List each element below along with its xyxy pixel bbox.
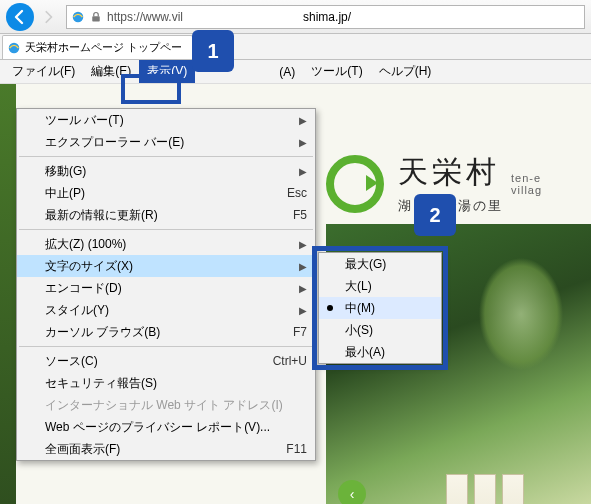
menu-edit[interactable]: 編集(E) xyxy=(83,60,139,83)
text-size-largest[interactable]: 最大(G) xyxy=(319,253,441,275)
ie-icon xyxy=(71,10,85,24)
menu-zoom[interactable]: 拡大(Z) (100%)▶ xyxy=(17,233,315,255)
back-button[interactable] xyxy=(6,3,34,31)
menu-separator xyxy=(19,156,313,157)
menu-file[interactable]: ファイル(F) xyxy=(4,60,83,83)
menu-stop[interactable]: 中止(P)Esc xyxy=(17,182,315,204)
text-size-submenu: 最大(G) 大(L) 中(M) 小(S) 最小(A) xyxy=(318,252,442,364)
menu-security-report[interactable]: セキュリティ報告(S) xyxy=(17,372,315,394)
text-size-smaller[interactable]: 小(S) xyxy=(319,319,441,341)
tab-active[interactable]: 天栄村ホームページ トップペー xyxy=(2,35,193,59)
menu-goto[interactable]: 移動(G)▶ xyxy=(17,160,315,182)
menu-fullscreen[interactable]: 全画面表示(F)F11 xyxy=(17,438,315,460)
content-left-strip xyxy=(0,84,16,504)
arrow-right-icon xyxy=(41,10,55,24)
menu-toolbars[interactable]: ツール バー(T)▶ xyxy=(17,109,315,131)
menu-intl-address: インターナショナル Web サイト アドレス(I) xyxy=(17,394,315,416)
menu-style[interactable]: スタイル(Y)▶ xyxy=(17,299,315,321)
submenu-arrow-icon: ▶ xyxy=(293,283,307,294)
url-text: https://www.vilshima.jp/ xyxy=(107,10,351,24)
menu-separator xyxy=(19,346,313,347)
submenu-arrow-icon: ▶ xyxy=(293,115,307,126)
shortcut-label: F11 xyxy=(286,442,307,456)
carousel-prev-button[interactable]: ‹ xyxy=(338,480,366,504)
tab-title: 天栄村ホームページ トップペー xyxy=(25,40,182,55)
text-size-larger[interactable]: 大(L) xyxy=(319,275,441,297)
text-size-smallest[interactable]: 最小(A) xyxy=(319,341,441,363)
text-size-medium[interactable]: 中(M) xyxy=(319,297,441,319)
menu-explorer-bars[interactable]: エクスプローラー バー(E)▶ xyxy=(17,131,315,153)
site-logo: 天栄村 湖といで湯の里 ten-e villag xyxy=(326,152,542,215)
view-menu-dropdown: ツール バー(T)▶ エクスプローラー バー(E)▶ 移動(G)▶ 中止(P)E… xyxy=(16,108,316,461)
rice-label: 天栄米 xyxy=(446,474,468,504)
site-tagline: 湖といで湯の里 xyxy=(398,197,503,215)
arrow-left-icon xyxy=(12,9,28,25)
site-roman-top: ten-e xyxy=(511,172,542,184)
menu-view[interactable]: 表示(V) xyxy=(139,60,195,83)
menu-favorites-partial[interactable]: (A) xyxy=(271,62,303,82)
menu-privacy-report[interactable]: Web ページのプライバシー レポート(V)... xyxy=(17,416,315,438)
shortcut-label: F7 xyxy=(293,325,307,339)
rice-label: 天栄米 xyxy=(474,474,496,504)
submenu-arrow-icon: ▶ xyxy=(293,239,307,250)
menu-tools[interactable]: ツール(T) xyxy=(303,60,370,83)
product-labels: 天栄米 天栄米 天栄米 xyxy=(446,474,524,504)
menu-source[interactable]: ソース(C)Ctrl+U xyxy=(17,350,315,372)
menu-text-size[interactable]: 文字のサイズ(X)▶ xyxy=(17,255,315,277)
menu-bar: ファイル(F) 編集(E) 表示(V) お気に入り (A) ツール(T) ヘルプ… xyxy=(0,60,591,84)
submenu-arrow-icon: ▶ xyxy=(293,261,307,272)
submenu-arrow-icon: ▶ xyxy=(293,137,307,148)
logo-mark-icon xyxy=(326,155,384,213)
site-roman-bottom: villag xyxy=(511,184,542,196)
shortcut-label: Ctrl+U xyxy=(273,354,307,368)
submenu-arrow-icon: ▶ xyxy=(293,305,307,316)
menu-refresh[interactable]: 最新の情報に更新(R)F5 xyxy=(17,204,315,226)
address-bar: https://www.vilshima.jp/ xyxy=(0,0,591,34)
submenu-arrow-icon: ▶ xyxy=(293,166,307,177)
shortcut-label: F5 xyxy=(293,208,307,222)
chevron-left-icon: ‹ xyxy=(350,486,355,502)
site-title: 天栄村 xyxy=(398,152,503,193)
ie-icon xyxy=(7,41,21,55)
tab-strip: 天栄村ホームページ トップペー xyxy=(0,34,591,60)
menu-encoding[interactable]: エンコード(D)▶ xyxy=(17,277,315,299)
svg-rect-1 xyxy=(92,16,100,21)
menu-caret-browse[interactable]: カーソル ブラウズ(B)F7 xyxy=(17,321,315,343)
lock-icon xyxy=(89,10,103,24)
address-field[interactable]: https://www.vilshima.jp/ xyxy=(66,5,585,29)
menu-help[interactable]: ヘルプ(H) xyxy=(371,60,440,83)
menu-separator xyxy=(19,229,313,230)
rice-label: 天栄米 xyxy=(502,474,524,504)
shortcut-label: Esc xyxy=(287,186,307,200)
forward-button[interactable] xyxy=(36,5,60,29)
